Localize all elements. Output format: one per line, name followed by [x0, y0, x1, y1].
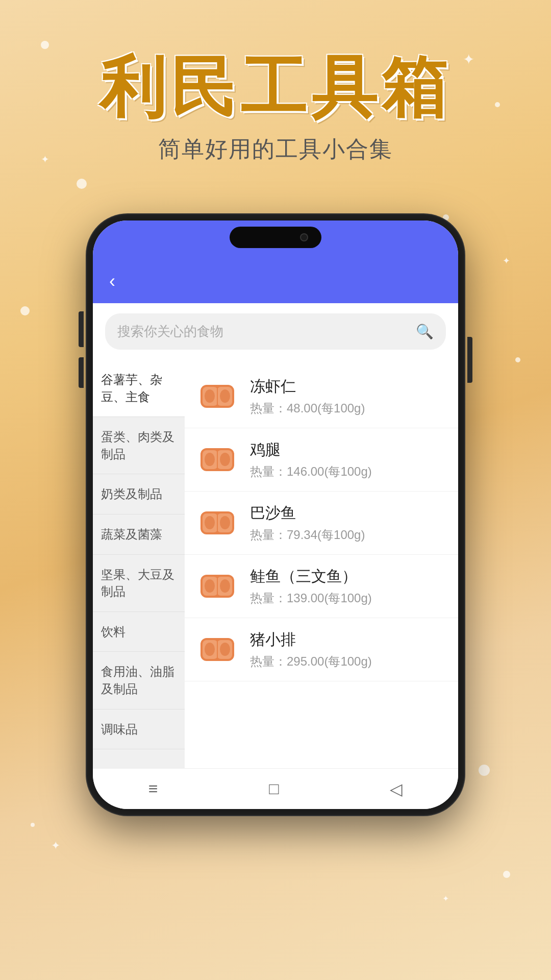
food-name-3: 巴沙鱼: [250, 503, 446, 524]
food-item-5[interactable]: 猪小排 热量：295.00(每100g): [185, 618, 458, 681]
bottom-nav-menu-icon[interactable]: ≡: [148, 779, 158, 798]
svg-point-4: [205, 389, 215, 403]
svg-point-29: [220, 643, 230, 656]
food-calories-3: 热量：79.34(每100g): [250, 527, 446, 543]
food-icon-4: [197, 569, 238, 604]
food-item-3[interactable]: 巴沙鱼 热量：79.34(每100g): [185, 492, 458, 555]
sidebar-item-grains[interactable]: 谷薯芋、杂豆、主食: [93, 360, 185, 417]
food-info-1: 冻虾仁 热量：48.00(每100g): [250, 376, 446, 416]
food-list: 冻虾仁 热量：48.00(每100g): [185, 360, 458, 768]
food-icon-3: [197, 505, 238, 541]
food-info-2: 鸡腿 热量：146.00(每100g): [250, 439, 446, 480]
sidebar: 谷薯芋、杂豆、主食 蛋类、肉类及制品 奶类及制品 蔬菜及菌藻 坚果、大豆及制品 …: [93, 360, 185, 768]
bottom-nav-home-icon[interactable]: □: [269, 779, 279, 798]
app-main-title: 利民工具箱: [0, 51, 551, 124]
svg-point-16: [205, 516, 215, 529]
sidebar-item-oils[interactable]: 食用油、油脂及制品: [93, 652, 185, 709]
sidebar-item-vegetables[interactable]: 蔬菜及菌藻: [93, 514, 185, 555]
sidebar-item-nuts[interactable]: 坚果、大豆及制品: [93, 555, 185, 612]
food-calories-1: 热量：48.00(每100g): [250, 400, 446, 416]
camera-island: [230, 227, 321, 248]
food-calories-4: 热量：139.00(每100g): [250, 590, 446, 606]
food-icon-2: [197, 442, 238, 478]
phone-mockup: ‹ 搜索你关心的食物 🔍 谷薯芋、杂豆、主食 蛋类、肉类及制品 奶类及制品 蔬菜…: [87, 214, 464, 815]
svg-point-5: [220, 389, 230, 403]
food-info-4: 鲑鱼（三文鱼） 热量：139.00(每100g): [250, 566, 446, 606]
star-decoration-5: ✦: [442, 894, 449, 903]
camera-dot: [301, 234, 307, 240]
svg-point-23: [220, 579, 230, 593]
search-placeholder-text: 搜索你关心的食物: [117, 323, 223, 340]
star-decoration-4: ✦: [51, 839, 60, 852]
food-name-5: 猪小排: [250, 629, 446, 650]
food-info-5: 猪小排 热量：295.00(每100g): [250, 629, 446, 670]
food-name-2: 鸡腿: [250, 439, 446, 460]
svg-point-28: [205, 643, 215, 656]
status-bar: [93, 220, 458, 261]
nav-bar: ‹: [93, 261, 458, 303]
food-calories-2: 热量：146.00(每100g): [250, 463, 446, 480]
sidebar-item-eggs-meat[interactable]: 蛋类、肉类及制品: [93, 417, 185, 474]
food-name-1: 冻虾仁: [250, 376, 446, 397]
food-item-1[interactable]: 冻虾仁 热量：48.00(每100g): [185, 365, 458, 428]
svg-point-10: [205, 453, 215, 466]
sidebar-item-dairy[interactable]: 奶类及制品: [93, 474, 185, 514]
svg-point-11: [220, 453, 230, 466]
sidebar-item-drinks[interactable]: 饮料: [93, 612, 185, 652]
search-icon[interactable]: 🔍: [416, 323, 434, 340]
food-calories-5: 热量：295.00(每100g): [250, 653, 446, 670]
svg-point-22: [205, 579, 215, 593]
food-item-2[interactable]: 鸡腿 热量：146.00(每100g): [185, 428, 458, 492]
bottom-nav: ≡ □ ◁: [93, 768, 458, 809]
title-area: 利民工具箱 简单好用的工具小合集: [0, 0, 551, 164]
star-decoration-3: ✦: [503, 255, 510, 266]
food-icon-5: [197, 632, 238, 668]
bottom-nav-back-icon[interactable]: ◁: [390, 779, 403, 799]
app-subtitle: 简单好用的工具小合集: [0, 134, 551, 164]
search-container: 搜索你关心的食物 🔍: [93, 303, 458, 360]
svg-point-17: [220, 516, 230, 529]
food-name-4: 鲑鱼（三文鱼）: [250, 566, 446, 587]
food-icon-1: [197, 379, 238, 414]
sidebar-item-seasoning[interactable]: 调味品: [93, 709, 185, 750]
back-button[interactable]: ‹: [105, 268, 119, 294]
food-item-4[interactable]: 鲑鱼（三文鱼） 热量：139.00(每100g): [185, 555, 458, 618]
food-info-3: 巴沙鱼 热量：79.34(每100g): [250, 503, 446, 543]
search-bar[interactable]: 搜索你关心的食物 🔍: [105, 313, 446, 350]
content-area: 谷薯芋、杂豆、主食 蛋类、肉类及制品 奶类及制品 蔬菜及菌藻 坚果、大豆及制品 …: [93, 360, 458, 768]
